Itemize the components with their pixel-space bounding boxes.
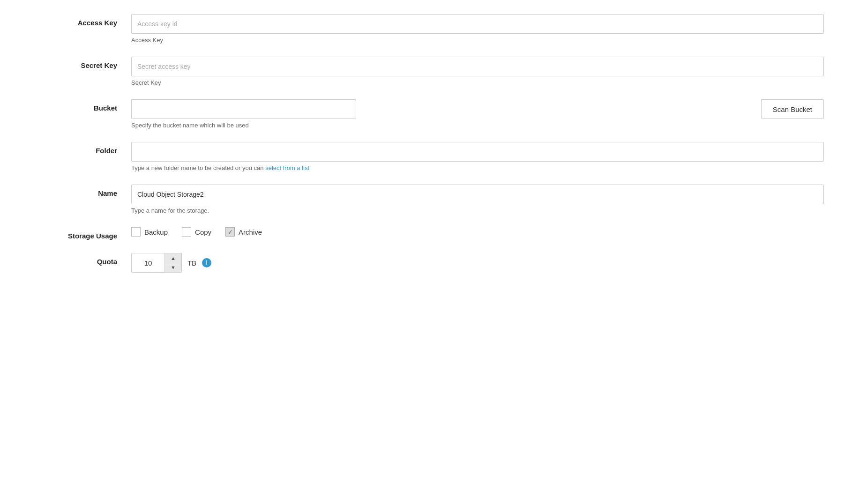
archive-label: Archive: [239, 228, 262, 236]
secret-key-input[interactable]: [131, 57, 824, 76]
storage-usage-row: Storage Usage Backup Copy Archive: [28, 227, 824, 240]
bucket-label: Bucket: [28, 99, 131, 112]
backup-label: Backup: [144, 228, 168, 236]
copy-checkbox[interactable]: [182, 227, 191, 237]
storage-usage-label: Storage Usage: [28, 227, 131, 240]
backup-checkbox[interactable]: [131, 227, 141, 237]
access-key-input[interactable]: [131, 14, 824, 34]
folder-hint-link[interactable]: select from a list: [265, 164, 309, 171]
secret-key-label: Secret Key: [28, 57, 131, 69]
quota-down-button[interactable]: ▼: [165, 263, 181, 273]
name-label: Name: [28, 185, 131, 197]
name-input[interactable]: [131, 185, 824, 204]
folder-row: Folder Type a new folder name to be crea…: [28, 142, 824, 171]
bucket-input[interactable]: [131, 99, 356, 119]
secret-key-field: Secret Key: [131, 57, 824, 86]
name-field: Type a name for the storage.: [131, 185, 824, 214]
bucket-row: Bucket Specify the bucket name which wil…: [28, 99, 824, 129]
quota-up-button[interactable]: ▲: [165, 253, 181, 263]
quota-value-input[interactable]: [132, 253, 164, 272]
storage-usage-field: Backup Copy Archive: [131, 227, 824, 237]
name-hint: Type a name for the storage.: [131, 207, 824, 214]
quota-controls: ▲ ▼ TB i: [131, 253, 824, 273]
quota-field: ▲ ▼ TB i: [131, 253, 824, 273]
folder-label: Folder: [28, 142, 131, 155]
access-key-row: Access Key Access Key: [28, 14, 824, 44]
folder-input[interactable]: [131, 142, 824, 162]
folder-hint-prefix: Type a new folder name to be created or …: [131, 164, 265, 171]
checkbox-archive[interactable]: Archive: [225, 227, 262, 237]
checkbox-copy[interactable]: Copy: [182, 227, 211, 237]
folder-hint: Type a new folder name to be created or …: [131, 164, 824, 171]
bucket-input-wrap: Specify the bucket name which will be us…: [131, 99, 761, 129]
access-key-field: Access Key: [131, 14, 824, 44]
archive-checkbox[interactable]: [225, 227, 235, 237]
form-container: Access Key Access Key Secret Key Secret …: [0, 0, 852, 300]
quota-info-icon[interactable]: i: [202, 258, 211, 267]
storage-usage-options: Backup Copy Archive: [131, 227, 824, 237]
quota-label: Quota: [28, 253, 131, 266]
access-key-label: Access Key: [28, 14, 131, 27]
copy-label: Copy: [195, 228, 211, 236]
secret-key-hint: Secret Key: [131, 79, 824, 86]
folder-field: Type a new folder name to be created or …: [131, 142, 824, 171]
quota-row: Quota ▲ ▼ TB i: [28, 253, 824, 273]
quota-arrow-container: ▲ ▼: [164, 253, 181, 272]
quota-input-box: ▲ ▼: [131, 253, 182, 273]
bucket-field: Specify the bucket name which will be us…: [131, 99, 824, 129]
quota-unit: TB: [187, 259, 196, 267]
checkbox-backup[interactable]: Backup: [131, 227, 168, 237]
bucket-field-container: Specify the bucket name which will be us…: [131, 99, 824, 129]
name-row: Name Type a name for the storage.: [28, 185, 824, 214]
scan-bucket-button[interactable]: Scan Bucket: [761, 99, 824, 119]
bucket-hint: Specify the bucket name which will be us…: [131, 122, 761, 129]
access-key-hint: Access Key: [131, 37, 824, 44]
secret-key-row: Secret Key Secret Key: [28, 57, 824, 86]
